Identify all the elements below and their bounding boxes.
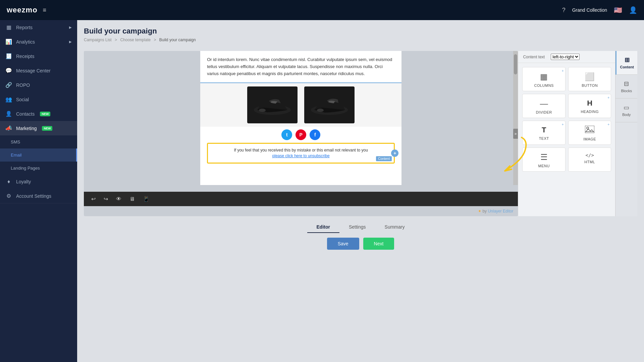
sidebar-label-analytics: Analytics [16, 39, 35, 45]
flag-icon[interactable]: 🇺🇸 [614, 6, 622, 14]
bottom-tabs: Editor Settings Summary [307, 222, 414, 233]
reports-expand-icon: ▶ [69, 25, 72, 29]
analytics-icon: 📊 [5, 39, 12, 45]
desktop-view-button[interactable]: 🖥 [127, 195, 137, 203]
landing-pages-label: Landing Pages [11, 166, 40, 171]
facebook-icon[interactable]: f [310, 129, 320, 140]
content-tab-icon: ⊞ [625, 56, 630, 64]
block-image[interactable]: + IMAGE [568, 121, 611, 145]
unlayer-badge: ✦ by Unlayer Editor [84, 206, 518, 216]
breadcrumb-choose[interactable]: Choose template [120, 38, 151, 42]
block-divider[interactable]: ― DIVIDER [522, 94, 566, 118]
sidebar-label-receipts: Receipts [16, 54, 34, 59]
shoe-image-right [304, 86, 355, 123]
sidebar-sub-sms[interactable]: SMS [0, 135, 77, 148]
tab-summary[interactable]: Summary [375, 222, 414, 233]
body-tab-icon: ▭ [624, 104, 629, 111]
reports-icon: ▦ [5, 24, 12, 31]
email-text-section[interactable]: Or id interdum lorem. Nunc vitae condime… [200, 51, 401, 83]
email-label: Email [11, 153, 22, 158]
unlayer-label: by [482, 209, 487, 214]
analytics-expand-icon: ▶ [69, 40, 72, 44]
unlayer-link[interactable]: Unlayer Editor [488, 209, 513, 214]
campaign-builder: Or id interdum lorem. Nunc vitae condime… [84, 51, 637, 216]
email-unsubscribe-section[interactable]: If you feel that you received this by mi… [207, 143, 395, 164]
sidebar-label-account-settings: Account Settings [16, 193, 51, 199]
page-header: Build your campaign Campaigns List > Cho… [84, 27, 637, 48]
contacts-icon: 👤 [5, 111, 12, 117]
tab-editor[interactable]: Editor [307, 222, 339, 233]
sidebar-label-ropo: ROPO [16, 82, 30, 88]
email-preview[interactable]: Or id interdum lorem. Nunc vitae condime… [84, 51, 518, 192]
social-icon: 👥 [5, 96, 12, 103]
breadcrumb: Campaigns List > Choose template > Build… [84, 38, 196, 42]
mobile-view-button[interactable]: 📱 [141, 194, 152, 203]
help-icon[interactable]: ? [562, 7, 566, 14]
svg-point-1 [259, 109, 266, 112]
sidebar-item-contacts[interactable]: 👤 Contacts NEW [0, 107, 77, 121]
tab-content[interactable]: ⊞ Content [615, 51, 637, 75]
breadcrumb-sep2: > [154, 38, 156, 42]
next-button[interactable]: Next [363, 238, 394, 250]
loyalty-icon: ♦ [5, 179, 12, 185]
sidebar-item-message-center[interactable]: 💬 Message Center [0, 63, 77, 78]
sidebar-sub-landing-pages[interactable]: Landing Pages [0, 162, 77, 175]
hamburger-menu[interactable]: ≡ [43, 7, 47, 14]
tab-body[interactable]: ▭ Body [615, 99, 637, 122]
pinterest-icon[interactable]: P [296, 129, 306, 140]
body-tab-label: Body [622, 113, 631, 117]
sidebar-item-analytics[interactable]: 📊 Analytics ▶ [0, 35, 77, 49]
unlayer-star: ✦ [478, 209, 481, 214]
sidebar-sub-email[interactable]: Email [0, 148, 77, 162]
block-menu[interactable]: ☰ MENU [522, 147, 566, 172]
email-social-section: t P f [200, 127, 401, 143]
store-name: Grand Collection [572, 7, 607, 13]
tab-settings[interactable]: Settings [339, 222, 375, 233]
sidebar-label-contacts: Contacts [16, 111, 35, 117]
scrollbar-track[interactable] [513, 51, 518, 185]
top-navigation: weezmo ≡ ? Grand Collection 🇺🇸 👤 [0, 0, 644, 20]
right-panel: Content text left-to-right + ▦ COLUMNS ⬜… [518, 51, 615, 216]
direction-select[interactable]: left-to-right [551, 54, 580, 60]
editor-toolbar: ↩ ↪ 👁 🖥 📱 [84, 192, 518, 206]
block-button[interactable]: ⬜ BUTTON [568, 67, 611, 91]
email-shoes-section[interactable] [200, 83, 401, 127]
user-icon[interactable]: 👤 [629, 6, 637, 14]
preview-button[interactable]: 👁 [114, 195, 123, 203]
content-badge: Content [376, 156, 392, 161]
breadcrumb-campaigns[interactable]: Campaigns List [84, 38, 112, 42]
unsubscribe-link[interactable]: please click here to unsubscribe [272, 154, 330, 158]
nav-right: ? Grand Collection 🇺🇸 👤 [562, 6, 637, 14]
sidebar-item-account-settings[interactable]: ⚙ Account Settings [0, 189, 77, 203]
sidebar-item-ropo[interactable]: 🔗 ROPO [0, 78, 77, 92]
shoe-image-left [247, 86, 298, 123]
block-heading[interactable]: + H HEADING [568, 94, 611, 118]
content-text-label: Content text [523, 55, 545, 59]
ropo-icon: 🔗 [5, 82, 12, 88]
image-block-icon [585, 126, 594, 133]
sidebar-item-reports[interactable]: ▦ Reports ▶ [0, 20, 77, 35]
expand-panel-button[interactable]: » [513, 129, 518, 139]
block-text[interactable]: + T TEXT [522, 121, 566, 145]
nav-left: weezmo ≡ [7, 6, 46, 14]
sidebar-item-social[interactable]: 👥 Social [0, 92, 77, 107]
plus-handle[interactable]: + [391, 149, 398, 157]
tab-blocks[interactable]: ⊟ Blocks [615, 75, 637, 99]
block-html[interactable]: </> HTML [568, 147, 611, 172]
breadcrumb-current: Build your campaign [159, 38, 196, 42]
save-button[interactable]: Save [327, 238, 359, 250]
app-logo: weezmo [7, 6, 38, 14]
twitter-icon[interactable]: t [281, 129, 292, 140]
shoe-svg-left [251, 92, 294, 118]
sidebar-item-marketing[interactable]: 📣 Marketing NEW [0, 121, 77, 135]
undo-button[interactable]: ↩ [89, 194, 98, 203]
scrollbar-thumb[interactable] [514, 54, 517, 74]
email-canvas-wrapper: Or id interdum lorem. Nunc vitae condime… [84, 51, 518, 185]
unsubscribe-text: If you feel that you received this by mi… [213, 148, 388, 153]
sidebar-item-receipts[interactable]: 🧾 Receipts [0, 49, 77, 63]
redo-button[interactable]: ↪ [102, 194, 110, 203]
blocks-tab-icon: ⊟ [624, 80, 629, 87]
blocks-grid: + ▦ COLUMNS ⬜ BUTTON ― DIVIDER + H HEADI… [518, 63, 615, 176]
sidebar-item-loyalty[interactable]: ♦ Loyalty [0, 175, 77, 189]
block-columns[interactable]: + ▦ COLUMNS [522, 67, 566, 91]
